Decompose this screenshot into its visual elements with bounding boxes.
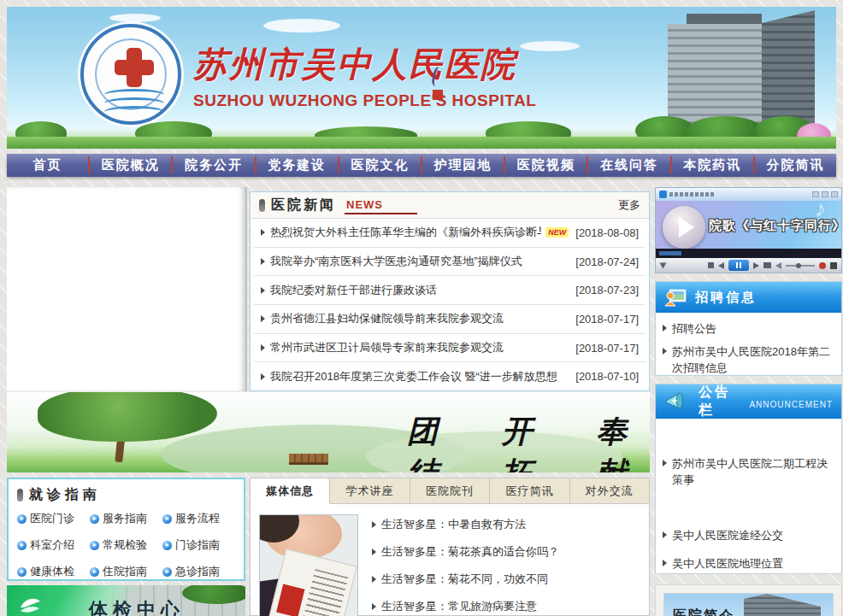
guide-header: 就诊指南 [17, 486, 235, 504]
tab-exchange[interactable]: 对外交流 [570, 478, 649, 503]
guide-link-service-guide[interactable]: 服务指南 [90, 511, 162, 526]
nav-item-home[interactable]: 首页 [7, 154, 88, 177]
triangle-bullet-icon [663, 348, 667, 355]
person-with-photo-icon [664, 288, 687, 307]
news-date: [2018-07-17] [569, 342, 639, 355]
orb-arrow-icon [162, 514, 172, 524]
menu-arrow-icon[interactable] [660, 262, 667, 268]
record-button[interactable] [819, 262, 826, 269]
announcement-title-en: ANNOUNCEMENT [749, 400, 833, 409]
triangle-bullet-icon [663, 560, 667, 566]
motto-word: 奉献 [596, 411, 650, 472]
nav-item-branch[interactable]: 分院简讯 [755, 154, 836, 177]
nav-item-nursing[interactable]: 护理园地 [422, 154, 504, 177]
player-title-text [669, 192, 714, 197]
motto-banner: 团结 开拓 奉献 [7, 392, 650, 472]
tab-lectures[interactable]: 学术讲座 [330, 478, 410, 503]
player-screen: ♪ ♫ 院歌《与红十字同行》 [656, 201, 841, 249]
media-link[interactable]: 生活智多星：菊花不同，功效不同 [372, 566, 642, 593]
news-link[interactable]: 贵州省德江县妇幼保健院领导前来我院参观交流 [270, 311, 504, 326]
news-link[interactable]: 我院召开2018年度第三次党委工作会议 暨“进一步解放思想 [270, 369, 557, 384]
close-button[interactable] [831, 191, 838, 197]
news-link[interactable]: 常州市武进区卫计局领导专家前来我院参观交流 [270, 340, 504, 355]
cloud-decoration [263, 19, 340, 32]
triangle-bullet-icon [261, 229, 265, 236]
stop-button[interactable] [708, 262, 714, 268]
media-link[interactable]: 生活智多星：中暑自救有方法 [372, 511, 642, 538]
guide-link-departments[interactable]: 科室介绍 [17, 537, 90, 553]
triangle-bullet-icon [663, 531, 667, 538]
cloud-decoration [109, 14, 161, 22]
guide-link-routine-tests[interactable]: 常规检验 [90, 537, 162, 553]
triangle-bullet-icon [261, 344, 265, 351]
slideshow-area[interactable] [7, 187, 247, 391]
news-item: 我院纪委对新任干部进行廉政谈话 [2018-07-23] [254, 276, 646, 305]
nav-item-affairs[interactable]: 院务公开 [173, 154, 254, 177]
triangle-bullet-icon [372, 603, 376, 610]
play-icon [679, 217, 694, 238]
nav-item-video[interactable]: 医院视频 [505, 154, 587, 177]
news-item: 热烈祝贺大外科主任陈革华主编的《新编外科疾病诊断与治 NEW [2018-08-… [254, 219, 646, 248]
media-list: 生活智多星：中暑自救有方法 生活智多星：菊花茶真的适合你吗？ 生活智多星：菊花不… [372, 511, 642, 616]
triangle-bullet-icon [663, 460, 667, 466]
news-more-link[interactable]: 更多 [618, 197, 640, 213]
tab-journal[interactable]: 医院院刊 [410, 478, 490, 503]
recruitment-panel: 招聘信息 招聘公告 苏州市吴中人民医院2018年第二次招聘信息 [655, 281, 842, 376]
player-logo-icon [659, 191, 667, 198]
volume-icon[interactable] [775, 262, 781, 269]
bench-decoration [289, 454, 328, 465]
site-title-block: 苏州市吴中人民医院 SUZHOU WUZHONG PEOPLE'S HOSPIT… [193, 41, 552, 110]
announcement-link[interactable]: 苏州市吴中人民医院二期工程决策事 [663, 456, 834, 489]
tab-medical-briefs[interactable]: 医疗简讯 [490, 478, 569, 503]
guide-link-inpatient-guide[interactable]: 住院指南 [90, 564, 162, 579]
recruitment-title: 招聘信息 [695, 290, 757, 306]
tab-media-info[interactable]: 媒体信息 [251, 478, 330, 504]
player-seek-bar[interactable] [656, 249, 841, 258]
bullet-pill-icon [17, 489, 23, 502]
media-link[interactable]: 生活智多星：菊花茶真的适合你吗？ [372, 538, 642, 566]
triangle-bullet-icon [372, 549, 376, 555]
nav-item-pharmacy[interactable]: 本院药讯 [672, 154, 753, 177]
guide-link-health-checkup[interactable]: 健康体检 [17, 564, 90, 579]
nav-item-qa[interactable]: 在线问答 [588, 154, 669, 177]
previous-button[interactable] [718, 262, 724, 269]
nav-item-party[interactable]: 党务建设 [256, 154, 338, 177]
guide-link-emergency-guide[interactable]: 急诊指南 [162, 564, 235, 579]
video-player: ♪ ♫ 院歌《与红十字同行》 [655, 187, 842, 273]
media-link[interactable]: 生活智多星：常见旅游病要注意 [372, 593, 642, 616]
nav-item-culture[interactable]: 医院文化 [339, 154, 421, 177]
settings-button[interactable] [830, 262, 837, 269]
volume-slider[interactable] [786, 265, 815, 267]
news-link[interactable]: 我院纪委对新任干部进行廉政谈话 [270, 283, 437, 298]
playlist-button[interactable] [763, 262, 771, 268]
nav-item-overview[interactable]: 医院概况 [90, 154, 171, 177]
tab-content: 生活智多星：中暑自救有方法 生活智多星：菊花茶真的适合你吗？ 生活智多星：菊花不… [251, 504, 649, 615]
checkup-center-banner[interactable]: 体检中心 [7, 585, 245, 616]
hospital-intro-panel[interactable]: 医院简介 [655, 584, 842, 616]
intro-title: 医院简介 [673, 607, 734, 616]
page: 苏州市吴中人民医院 SUZHOU WUZHONG PEOPLE'S HOSPIT… [0, 0, 843, 616]
recruitment-link[interactable]: 招聘公告 [663, 321, 834, 337]
news-item: 我院召开2018年度第三次党委工作会议 暨“进一步解放思想 [2018-07-1… [254, 362, 646, 390]
news-link[interactable]: 我院举办“南京医科大学医患沟通研究基地”揭牌仪式 [270, 254, 522, 269]
media-photo [259, 514, 358, 616]
site-header: 苏州市吴中人民医院 SUZHOU WUZHONG PEOPLE'S HOSPIT… [7, 7, 836, 149]
window-controls [812, 191, 838, 197]
pause-button[interactable] [728, 260, 749, 271]
guide-link-outpatient-guide[interactable]: 门诊指南 [162, 537, 235, 553]
seek-progress [659, 251, 681, 255]
news-link[interactable]: 热烈祝贺大外科主任陈革华主编的《新编外科疾病诊断与治 [270, 225, 541, 240]
recruitment-link[interactable]: 苏州市吴中人民医院2018年第二次招聘信息 [663, 344, 834, 377]
new-badge: NEW [545, 227, 569, 238]
hospital-motto: 团结 开拓 奉献 [407, 411, 650, 472]
announcement-link[interactable]: 吴中人民医院地理位置 [663, 556, 834, 572]
next-button[interactable] [753, 262, 759, 269]
triangle-bullet-icon [372, 521, 376, 528]
guide-link-outpatient[interactable]: 医院门诊 [17, 511, 90, 526]
minimize-button[interactable] [812, 191, 819, 197]
hospital-intro-image: 医院简介 [663, 593, 834, 616]
guide-link-service-flow[interactable]: 服务流程 [162, 511, 235, 526]
announcement-link[interactable]: 吴中人民医院途经公交 [663, 528, 834, 544]
play-button[interactable] [663, 206, 705, 249]
maximize-button[interactable] [822, 191, 828, 197]
